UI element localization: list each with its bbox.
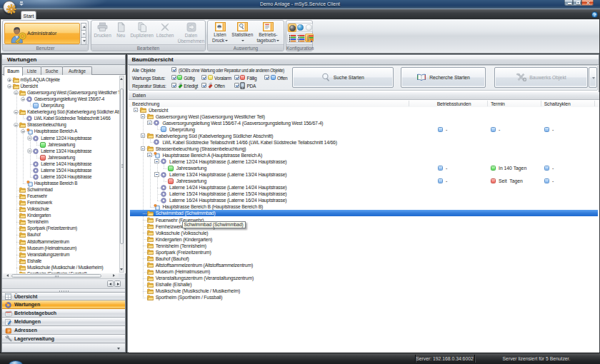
checkbox-gültig[interactable] [171, 75, 176, 80]
sidebar-item-betriebstagebuch[interactable]: Betriebstagebuch [2, 309, 125, 318]
user-list-scrollbar[interactable] [81, 23, 86, 44]
help-button[interactable]: ? [591, 11, 598, 18]
checkbox-pda[interactable] [234, 83, 239, 88]
node-icon [26, 181, 33, 187]
grid-row[interactable]: Laterne 16/24 Hauptstrasse (Laterne 16/2… [129, 197, 599, 203]
collapse-icon[interactable] [147, 153, 152, 158]
grid-row[interactable]: Veranstaltungszentrum (Veranstaltungszen… [129, 275, 599, 281]
grid-row[interactable]: Musikschule (Musikschule / Musikerheim) [129, 288, 599, 294]
collapse-icon[interactable] [14, 110, 19, 115]
tab-start[interactable]: Start [21, 11, 36, 20]
checkbox-fällig[interactable] [234, 75, 239, 80]
checkbox-offen[interactable] [201, 83, 206, 88]
tab-aufträge[interactable]: Aufträge [62, 66, 92, 76]
sidebar-item-bersicht[interactable]: Übersicht [2, 293, 125, 301]
grid-row[interactable]: LWL Kabel Südstrecke Teilabschnitt 14/66… [129, 139, 599, 146]
grid-row[interactable]: Bauhof (Bauhof) [129, 256, 599, 262]
grid-row[interactable]: Eishalle (Eishalle) [129, 281, 599, 288]
close-button[interactable] [581, 0, 594, 6]
collapse-icon[interactable] [7, 84, 12, 89]
tab-liste[interactable]: Liste [22, 66, 41, 76]
config-button-sphere-light[interactable] [305, 24, 314, 32]
grid-row[interactable]: Tennisheim (Tennisheim) [129, 243, 599, 249]
application-window: Demo Anlage - mSyS.Service ClientStart?B… [0, 0, 600, 364]
ribbon-button-daten-bernehmen[interactable]: DatenÜbernehmen [175, 22, 208, 44]
ribbon-button-drucken[interactable]: Drucken [92, 22, 114, 39]
scroll-up-arrow[interactable] [120, 76, 124, 81]
grid-row[interactable]: Sportpark (Freizeitzentrum) [129, 249, 599, 256]
pager-next-button[interactable] [114, 280, 121, 287]
tree-item-label: Schwimmbad (Schwimmbad) [156, 210, 216, 217]
collapse-chevron-icon[interactable] [117, 348, 120, 350]
grid-row[interactable]: Laterne 13/24 Hauptstrasse (Laterne 13/2… [129, 171, 599, 178]
expand-icon[interactable] [7, 78, 12, 83]
collapse-icon[interactable] [154, 159, 159, 164]
collapse-icon[interactable] [14, 123, 19, 128]
collapse-icon[interactable] [21, 97, 26, 102]
scroll-down-arrow[interactable] [120, 267, 124, 272]
collapse-icon[interactable] [141, 114, 146, 119]
collapse-icon[interactable] [21, 129, 26, 134]
checkbox-voralarm[interactable] [201, 75, 206, 80]
ribbon-button-betriebs-tagebuch[interactable]: Betriebs-tagebuch [252, 22, 284, 43]
grid-row[interactable]: Strassenbeleuchtung (Strassenbeleuchtung… [129, 146, 599, 152]
scroll-thumb[interactable] [11, 274, 101, 278]
config-button-sphere-blue[interactable] [296, 24, 305, 32]
tree-vertical-scrollbar[interactable] [119, 76, 124, 273]
grid-row[interactable]: Kindergarten (Kindergarten) [129, 236, 599, 243]
ring-icon [154, 120, 159, 126]
grid-row[interactable]: Überprüfung--- [129, 126, 599, 133]
sidebar-item-adressen[interactable]: Adressen [2, 326, 125, 335]
tab-baum[interactable]: Baum [4, 66, 23, 76]
maximize-button[interactable] [573, 0, 581, 6]
grid-row[interactable]: Laterne 14/24 Hauptstrasse (Laterne 14/2… [129, 184, 599, 191]
collapse-icon[interactable] [154, 172, 159, 177]
config-button-list-colors-2[interactable] [296, 34, 305, 42]
tree-item-label: Hauptstrasse Bereich B (Hauptstrasse Ber… [162, 203, 263, 211]
checkbox-alle-objekte[interactable] [171, 67, 176, 72]
quick-access-dropdown-icon[interactable] [19, 1, 24, 5]
grid-row[interactable]: Jahreswartung-Seit Tagen- [129, 178, 599, 184]
config-button-list-colors-1[interactable] [288, 34, 296, 42]
scroll-down-button[interactable] [81, 37, 86, 45]
sidebar-item-wartungen[interactable]: Wartungen [2, 300, 125, 309]
grid-row[interactable]: Gasversorgung West (Gasversorgung Westli… [129, 113, 599, 120]
grid-row[interactable]: Kabelverlegung Süd (Kabelverlegung Südli… [129, 133, 599, 139]
grid-row[interactable]: Sportheim (Sportheim / Fussball) [129, 294, 599, 300]
bauwerks-objekt-dropdown-button[interactable] [589, 67, 597, 89]
tab-suche[interactable]: Suche [41, 66, 63, 76]
grid-row[interactable]: Übersicht [129, 107, 599, 113]
grid-row[interactable]: Hauptstrasse Bereich B (Hauptstrasse Ber… [129, 203, 599, 210]
grid-row[interactable]: Altstoffsammelzentrum (Altstoffsammelzen… [129, 262, 599, 268]
grid-row[interactable]: Gasversorgungsleitung West 156/67-4 (Gas… [129, 120, 599, 126]
recherche-starten-button[interactable]: Recherche Starten [401, 67, 486, 89]
grid-row[interactable]: Jahreswartung-In 140 Tagen- [129, 165, 599, 171]
checkbox-offen[interactable] [264, 75, 269, 80]
config-button-list-colors-tree[interactable] [305, 34, 314, 42]
grid-row[interactable]: Schwimmbad (Schwimmbad) [129, 210, 599, 216]
collapse-icon[interactable] [141, 133, 146, 138]
grid-row[interactable]: Volksschule (Volksschule) [129, 230, 599, 236]
status-square-blue [271, 75, 276, 80]
collapse-icon[interactable] [147, 121, 152, 126]
grid-row[interactable]: Laterne 15/24 Hauptstrasse (Laterne 15/2… [129, 191, 599, 197]
collapse-icon[interactable] [27, 136, 32, 141]
collapse-icon[interactable] [14, 91, 19, 96]
user-item-administrator[interactable]: Administrator [4, 23, 80, 44]
collapse-icon[interactable] [134, 108, 139, 113]
minimize-button[interactable] [564, 0, 573, 6]
collapse-icon[interactable] [27, 148, 32, 153]
collapse-icon[interactable] [141, 146, 146, 151]
application-menu-button[interactable] [3, 1, 16, 14]
grid-row[interactable]: Laterne 12/24 Hauptstrasse (Laterne 12/2… [129, 158, 599, 165]
ribbon-button-l-schen[interactable]: Löschen [153, 22, 177, 39]
suche-starten-button[interactable]: Suche Starten [292, 67, 394, 89]
grid-row[interactable]: Museum (Heimatmuseum) [129, 268, 599, 275]
scroll-thumb[interactable] [120, 89, 124, 244]
pager-prev-button[interactable] [107, 280, 114, 287]
sidebar-item-meldungen[interactable]: Meldungen [2, 318, 125, 326]
grid-row[interactable]: Hauptstrasse Bereich A (Hauptstrasse Ber… [129, 152, 599, 158]
config-button-sphere-dark[interactable] [288, 24, 296, 32]
checkbox-erledigt[interactable] [171, 83, 176, 88]
sidebar-item-lagerverwaltung[interactable]: Lagerverwaltung [2, 335, 125, 343]
